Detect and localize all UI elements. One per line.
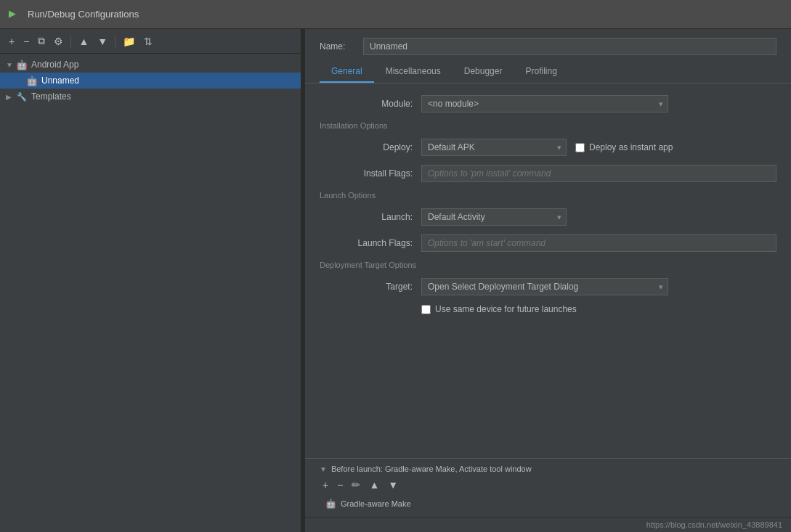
same-device-label: Use same device for future launches [435, 304, 577, 314]
content-area: Module: <no module> Installation Options… [305, 83, 791, 458]
target-control: Open Select Deployment Target Dialog [421, 278, 776, 295]
launch-flags-input[interactable] [421, 234, 776, 252]
arrow-up-button[interactable]: ▲ [76, 34, 92, 49]
target-select[interactable]: Open Select Deployment Target Dialog [421, 278, 668, 295]
deploy-row: Deploy: Default APK Deploy as instant ap… [320, 139, 776, 156]
expand-arrow-templates: ▶ [6, 93, 16, 101]
module-select[interactable]: <no module> [421, 95, 668, 112]
arrow-down-button[interactable]: ▼ [94, 34, 110, 49]
same-device-checkbox[interactable] [421, 305, 431, 314]
android-app-icon: 🤖 [16, 59, 28, 70]
left-panel: + − ⧉ ⚙ ▲ ▼ 📁 ⇅ ▼ 🤖 Android App 🤖 Unn [0, 29, 301, 532]
before-launch-remove-button[interactable]: − [334, 478, 346, 492]
instant-app-row: Deploy as instant app [575, 142, 673, 152]
launch-row: Launch: Default Activity [320, 208, 776, 226]
sort-button[interactable]: ⇅ [141, 34, 155, 49]
instant-app-checkbox[interactable] [575, 143, 585, 152]
separator2 [115, 36, 115, 47]
installation-options-title: Installation Options [320, 121, 776, 130]
before-launch-expand-arrow[interactable]: ▼ [320, 465, 327, 473]
expand-arrow-android-app: ▼ [6, 61, 16, 69]
settings-button[interactable]: ⚙ [51, 34, 66, 49]
deploy-control: Default APK Deploy as instant app [421, 139, 776, 156]
module-select-wrapper: <no module> [421, 95, 668, 112]
add-config-button[interactable]: + [6, 34, 17, 49]
before-launch-edit-button[interactable]: ✏ [349, 478, 363, 492]
name-row: Name: [305, 29, 791, 61]
tab-general[interactable]: General [320, 61, 374, 83]
remove-config-button[interactable]: − [20, 34, 32, 49]
tab-debugger[interactable]: Debugger [453, 61, 514, 83]
before-launch-down-button[interactable]: ▼ [385, 478, 401, 492]
target-select-wrapper: Open Select Deployment Target Dialog [421, 278, 668, 295]
right-panel: Name: General Miscellaneous Debugger Pro… [305, 29, 791, 532]
instant-app-label: Deploy as instant app [589, 142, 673, 152]
main-container: + − ⧉ ⚙ ▲ ▼ 📁 ⇅ ▼ 🤖 Android App 🤖 Unn [0, 29, 791, 532]
same-device-row: Use same device for future launches [320, 304, 776, 314]
launch-options-title: Launch Options [320, 191, 776, 200]
install-flags-label: Install Flags: [334, 168, 421, 179]
install-flags-control [421, 165, 776, 182]
toolbar: + − ⧉ ⚙ ▲ ▼ 📁 ⇅ [0, 29, 301, 54]
tab-profiling[interactable]: Profiling [514, 61, 568, 83]
module-control: <no module> [421, 95, 776, 112]
gradle-make-label: Gradle-aware Make [341, 499, 411, 508]
unnamed-icon: 🤖 [26, 75, 38, 86]
before-launch-title: Before launch: Gradle-aware Make, Activa… [331, 465, 532, 473]
separator1 [70, 36, 71, 47]
install-flags-input[interactable] [421, 165, 776, 182]
deploy-label: Deploy: [334, 142, 421, 152]
before-launch-up-button[interactable]: ▲ [366, 478, 382, 492]
deploy-select[interactable]: Default APK [421, 139, 567, 156]
before-launch-item: 🤖 Gradle-aware Make [320, 496, 776, 511]
deploy-select-wrapper: Default APK [421, 139, 567, 156]
title-bar: ▶ Run/Debug Configurations [0, 0, 791, 29]
same-device-checkbox-row: Use same device for future launches [421, 304, 577, 314]
launch-select-wrapper: Default Activity [421, 208, 567, 226]
tabs-bar: General Miscellaneous Debugger Profiling [305, 61, 791, 83]
target-label: Target: [334, 282, 421, 292]
android-app-label: Android App [31, 60, 78, 70]
before-launch-section: ▼ Before launch: Gradle-aware Make, Acti… [305, 458, 791, 517]
deployment-target-title: Deployment Target Options [320, 261, 776, 269]
install-flags-row: Install Flags: [320, 165, 776, 182]
url-bar: https://blog.csdn.net/weixin_43889841 [305, 517, 791, 532]
app-icon: ▶ [9, 8, 22, 21]
launch-control: Default Activity [421, 208, 776, 226]
tab-miscellaneous[interactable]: Miscellaneous [374, 61, 453, 83]
launch-label: Launch: [334, 212, 421, 222]
tree-android-app[interactable]: ▼ 🤖 Android App [0, 57, 301, 73]
module-label: Module: [334, 99, 421, 109]
gradle-icon: 🤖 [325, 499, 336, 509]
name-label: Name: [320, 41, 356, 52]
launch-select[interactable]: Default Activity [421, 208, 567, 226]
dialog-title: Run/Debug Configurations [28, 9, 139, 20]
templates-icon: 🔧 [16, 91, 28, 102]
module-row: Module: <no module> [320, 95, 776, 112]
name-input[interactable] [363, 38, 776, 55]
tree-templates[interactable]: ▶ 🔧 Templates [0, 89, 301, 105]
url-text: https://blog.csdn.net/weixin_43889841 [646, 520, 782, 529]
folder-button[interactable]: 📁 [120, 34, 138, 49]
tree-unnamed[interactable]: 🤖 Unnamed [0, 73, 301, 89]
launch-flags-label: Launch Flags: [334, 238, 421, 248]
templates-label: Templates [31, 91, 71, 102]
copy-config-button[interactable]: ⧉ [35, 33, 48, 49]
before-launch-header: ▼ Before launch: Gradle-aware Make, Acti… [320, 465, 776, 473]
target-row: Target: Open Select Deployment Target Di… [320, 278, 776, 295]
before-launch-add-button[interactable]: + [320, 478, 331, 492]
unnamed-label: Unnamed [41, 75, 79, 86]
tree-area: ▼ 🤖 Android App 🤖 Unnamed ▶ 🔧 Templates [0, 54, 301, 532]
before-launch-toolbar: + − ✏ ▲ ▼ [320, 478, 776, 492]
launch-flags-control [421, 234, 776, 252]
launch-flags-row: Launch Flags: [320, 234, 776, 252]
